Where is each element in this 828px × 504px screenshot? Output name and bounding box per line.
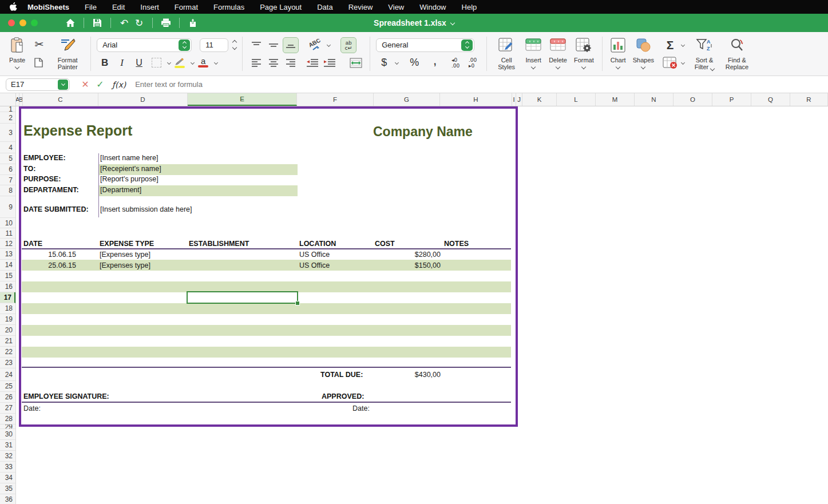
- paste-button[interactable]: Paste: [6, 34, 29, 73]
- info-value-cell[interactable]: [Recepient's name]: [100, 165, 161, 173]
- cell-cost[interactable]: $280,00: [359, 251, 441, 259]
- cell-location[interactable]: US Office: [299, 261, 330, 269]
- column-header-Q[interactable]: Q: [751, 93, 790, 106]
- underline-button[interactable]: U: [131, 55, 147, 71]
- chevron-down-icon[interactable]: [395, 61, 399, 65]
- menu-item-review[interactable]: Review: [348, 3, 373, 11]
- percent-format-button[interactable]: %: [406, 55, 422, 71]
- confirm-entry-button[interactable]: ✓: [95, 79, 105, 90]
- row-header-25[interactable]: 25: [0, 381, 15, 392]
- column-header-P[interactable]: P: [712, 93, 751, 106]
- row-header-33[interactable]: 33: [0, 462, 15, 473]
- column-header-N[interactable]: N: [635, 93, 674, 106]
- font-size-stepper[interactable]: [233, 41, 236, 49]
- insert-cells-button[interactable]: Insert: [521, 34, 545, 73]
- cancel-entry-button[interactable]: ✕: [80, 79, 90, 90]
- share-icon[interactable]: [185, 17, 200, 29]
- delete-cells-button[interactable]: Delete: [545, 34, 571, 73]
- menu-item-mobisheets[interactable]: MobiSheets: [27, 3, 69, 11]
- employee-signature-label-cell[interactable]: EMPLOYEE SIGNATURE:: [23, 392, 109, 400]
- shapes-button[interactable]: Shapes: [629, 34, 657, 73]
- row-header-14[interactable]: 14: [0, 260, 15, 271]
- font-color-button[interactable]: a: [195, 55, 211, 71]
- row-header-32[interactable]: 32: [0, 451, 15, 462]
- row-header-22[interactable]: 22: [0, 347, 15, 358]
- date-label-right-cell[interactable]: Date:: [352, 404, 370, 412]
- wrap-text-button[interactable]: abc↵: [340, 37, 356, 53]
- chevron-down-icon[interactable]: [191, 61, 195, 65]
- row-header-24[interactable]: 24: [0, 368, 15, 381]
- menu-item-data[interactable]: Data: [317, 3, 332, 11]
- menu-item-insert[interactable]: Insert: [140, 3, 159, 11]
- column-header-H[interactable]: H: [440, 93, 512, 106]
- column-header-J[interactable]: J: [516, 93, 522, 106]
- menu-item-file[interactable]: File: [85, 3, 97, 11]
- number-format-stepper-icon[interactable]: [461, 39, 473, 51]
- print-icon[interactable]: [159, 17, 173, 29]
- close-window-button[interactable]: [8, 19, 15, 26]
- column-header-C[interactable]: C: [23, 93, 98, 106]
- row-header-29[interactable]: 29: [0, 424, 15, 429]
- redo-icon[interactable]: ↻: [132, 17, 146, 29]
- active-cell-selection[interactable]: [187, 291, 298, 304]
- font-name-select[interactable]: Arial: [97, 38, 192, 52]
- row-header-19[interactable]: 19: [0, 314, 15, 325]
- approved-label-cell[interactable]: APPROVED:: [322, 392, 364, 400]
- row-header-26[interactable]: 26: [0, 392, 15, 403]
- row-header-1[interactable]: 1: [0, 106, 15, 112]
- row-header-31[interactable]: 31: [0, 440, 15, 451]
- table-header-location[interactable]: LOCATION: [299, 240, 336, 248]
- select-all-corner[interactable]: [0, 93, 16, 106]
- sheet-canvas[interactable]: Expense Report Company Name EMPLOYEE: [I…: [16, 106, 828, 504]
- decrease-decimal-button[interactable]: .00 ▸0: [465, 55, 481, 71]
- italic-button[interactable]: I: [114, 55, 130, 71]
- company-name-cell[interactable]: Company Name: [373, 124, 473, 140]
- table-header-expense-type[interactable]: EXPENSE TYPE: [100, 240, 154, 248]
- row-header-15[interactable]: 15: [0, 271, 15, 281]
- cell-name-box[interactable]: E17: [6, 78, 70, 91]
- info-label-cell[interactable]: TO:: [23, 165, 35, 173]
- table-header-establishment[interactable]: ESTABLISHMENT: [189, 240, 249, 248]
- function-icon[interactable]: ƒ(x): [112, 80, 126, 89]
- align-middle-button[interactable]: [266, 37, 282, 53]
- align-bottom-button[interactable]: [283, 37, 299, 53]
- align-top-button[interactable]: [248, 37, 264, 53]
- row-header-5[interactable]: 5: [0, 153, 15, 164]
- cell-location[interactable]: US Office: [299, 251, 330, 259]
- currency-format-button[interactable]: $: [376, 55, 392, 71]
- row-header-28[interactable]: 28: [0, 414, 15, 424]
- sort-filter-button[interactable]: AZ Sort & Filter: [689, 34, 720, 73]
- chevron-down-icon[interactable]: [681, 43, 685, 47]
- info-label-cell[interactable]: PURPOSE:: [23, 175, 61, 183]
- increase-indent-button[interactable]: [322, 55, 338, 71]
- report-title-cell[interactable]: Expense Report: [23, 122, 132, 139]
- column-header-O[interactable]: O: [674, 93, 712, 106]
- info-value-cell[interactable]: [Report's purpose]: [100, 175, 159, 183]
- bold-button[interactable]: B: [97, 55, 113, 71]
- clear-cells-button[interactable]: [662, 55, 678, 71]
- format-painter-button[interactable]: Format Painter: [49, 34, 86, 73]
- row-header-21[interactable]: 21: [0, 336, 15, 347]
- row-header-10[interactable]: 10: [0, 218, 15, 228]
- save-icon[interactable]: [90, 17, 105, 29]
- info-value-cell[interactable]: [Insert submission date here]: [100, 205, 192, 213]
- date-label-left-cell[interactable]: Date:: [23, 404, 41, 412]
- align-center-button[interactable]: [266, 55, 282, 71]
- chevron-down-icon[interactable]: [681, 61, 685, 65]
- number-format-select[interactable]: General: [376, 38, 474, 52]
- column-header-E[interactable]: E: [188, 93, 297, 106]
- fill-handle[interactable]: [295, 301, 300, 305]
- info-value-cell[interactable]: [Insert name here]: [100, 154, 158, 162]
- menu-item-page-layout[interactable]: Page Layout: [260, 3, 302, 11]
- table-header-cost[interactable]: COST: [375, 240, 395, 248]
- menu-item-edit[interactable]: Edit: [112, 3, 125, 11]
- column-header-D[interactable]: D: [98, 93, 188, 106]
- column-header-I[interactable]: I: [512, 93, 516, 106]
- column-header-K[interactable]: K: [522, 93, 557, 106]
- row-header-18[interactable]: 18: [0, 303, 15, 314]
- chevron-down-icon[interactable]: [214, 61, 218, 65]
- apple-icon[interactable]: [9, 2, 17, 11]
- row-header-12[interactable]: 12: [0, 239, 15, 249]
- row-header-34[interactable]: 34: [0, 473, 15, 483]
- decrease-indent-button[interactable]: [304, 55, 320, 71]
